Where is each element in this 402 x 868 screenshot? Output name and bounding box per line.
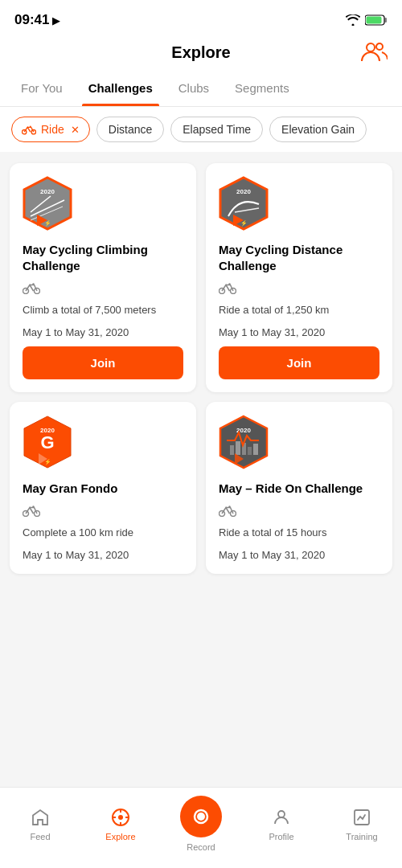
status-time: 09:41: [14, 12, 49, 28]
badge-granfondo: 2020 G ⚡: [23, 415, 183, 473]
card-rideon-date: May 1 to May 31, 2020: [219, 549, 379, 561]
tab-for-you[interactable]: For You: [8, 70, 76, 106]
battery-icon: [365, 14, 388, 26]
svg-rect-39: [236, 441, 240, 455]
nav-training-label: Training: [346, 832, 377, 841]
svg-rect-2: [367, 17, 382, 24]
svg-point-46: [228, 506, 230, 507]
record-icon: [191, 807, 211, 826]
card-granfondo-meta: Complete a 100 km ride: [23, 525, 183, 541]
card-rideon-meta: Ride a total of 15 hours: [219, 525, 379, 541]
tab-segments[interactable]: Segments: [222, 70, 302, 106]
badge-climbing: 2020 ⚡: [23, 176, 183, 234]
svg-point-51: [278, 811, 285, 817]
wifi-icon: [346, 14, 360, 26]
explore-icon: [109, 806, 132, 829]
chip-close-icon[interactable]: ✕: [71, 124, 80, 136]
card-climbing-meta: Climb a total of 7,500 meters: [23, 302, 183, 318]
svg-rect-41: [248, 447, 252, 455]
page-title: Explore: [171, 43, 230, 62]
nav-explore[interactable]: Explore: [96, 806, 145, 841]
filter-chip-elevation-gain[interactable]: Elevation Gain: [269, 117, 367, 142]
status-icons: [346, 14, 388, 26]
card-granfondo-title: May Gran Fondo: [23, 481, 183, 497]
badge-rideon: 2020: [219, 415, 379, 473]
nav-training[interactable]: Training: [338, 806, 386, 841]
svg-rect-1: [385, 18, 388, 23]
home-icon: [29, 806, 51, 829]
nav-feed[interactable]: Feed: [16, 806, 64, 841]
svg-point-48: [118, 815, 123, 820]
status-bar: 09:41 ▶: [0, 0, 402, 35]
svg-point-7: [30, 126, 31, 128]
filter-row: Ride ✕ Distance Elapsed Time Elevation G…: [0, 107, 402, 152]
card-rideon: 2020 May – Ride On Challenge R: [206, 402, 392, 574]
nav-profile[interactable]: Profile: [257, 806, 306, 841]
card-rideon-activity-icon: [219, 504, 379, 517]
card-granfondo-date: May 1 to May 31, 2020: [23, 549, 183, 561]
card-climbing-title: May Cycling Climbing Challenge: [23, 242, 183, 273]
filter-chip-distance[interactable]: Distance: [96, 117, 164, 142]
group-icon: [360, 40, 388, 63]
location-icon: ▶: [52, 14, 60, 27]
nav-feed-label: Feed: [30, 832, 50, 841]
filter-chip-ride[interactable]: Ride ✕: [11, 117, 90, 142]
card-granfondo: 2020 G ⚡ May Gran Fondo Complete a 100 k…: [10, 402, 196, 574]
header: Explore: [0, 35, 402, 70]
svg-text:⚡: ⚡: [240, 219, 248, 227]
nav-profile-label: Profile: [269, 832, 293, 841]
svg-rect-38: [230, 445, 234, 455]
join-climbing-button[interactable]: Join: [23, 346, 183, 379]
challenges-grid: 2020 ⚡ May Cycling Climbing Challenge Cl…: [0, 152, 402, 585]
card-distance-meta: Ride a total of 1,250 km: [219, 302, 379, 318]
svg-text:⚡: ⚡: [44, 219, 51, 227]
card-distance-activity-icon: [219, 281, 379, 294]
card-rideon-title: May – Ride On Challenge: [219, 481, 379, 497]
svg-text:⚡: ⚡: [44, 458, 51, 465]
svg-point-34: [32, 506, 34, 507]
profile-icon: [270, 806, 293, 829]
svg-point-4: [376, 43, 383, 50]
svg-point-26: [228, 283, 230, 285]
svg-point-18: [32, 283, 34, 285]
card-granfondo-activity-icon: [23, 504, 183, 517]
nav-record[interactable]: Record: [177, 796, 225, 852]
badge-distance: 2020 ⚡: [219, 176, 379, 234]
svg-rect-42: [253, 444, 258, 455]
record-button[interactable]: [180, 796, 222, 837]
nav-explore-label: Explore: [105, 832, 135, 841]
svg-text:G: G: [40, 432, 54, 452]
tab-bar: For You Challenges Clubs Segments: [0, 70, 402, 107]
svg-text:2020: 2020: [236, 188, 251, 195]
bike-icon-small: [22, 124, 36, 135]
training-icon: [351, 806, 373, 829]
filter-chip-elapsed-time[interactable]: Elapsed Time: [170, 117, 263, 142]
join-distance-button[interactable]: Join: [219, 346, 379, 379]
svg-point-3: [367, 43, 375, 51]
card-distance: 2020 ⚡ May Cycling Distance Challenge Ri…: [206, 163, 392, 392]
bottom-navigation: Feed Explore Record Profile: [0, 787, 402, 868]
group-icon-button[interactable]: [360, 40, 388, 66]
tab-clubs[interactable]: Clubs: [166, 70, 222, 106]
svg-text:2020: 2020: [40, 188, 55, 195]
card-distance-title: May Cycling Distance Challenge: [219, 242, 379, 273]
nav-record-label: Record: [187, 842, 215, 852]
tab-challenges[interactable]: Challenges: [76, 70, 166, 106]
card-climbing-activity-icon: [23, 281, 183, 294]
card-climbing-date: May 1 to May 31, 2020: [23, 326, 183, 338]
card-climbing: 2020 ⚡ May Cycling Climbing Challenge Cl…: [10, 163, 196, 392]
card-distance-date: May 1 to May 31, 2020: [219, 326, 379, 338]
svg-point-49: [197, 813, 205, 821]
